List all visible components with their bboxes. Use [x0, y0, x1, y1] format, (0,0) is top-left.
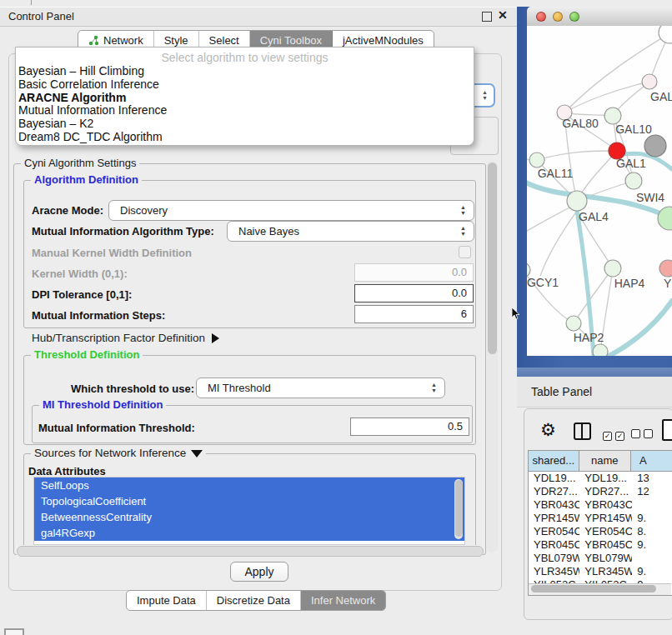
- checked-box-icon: ✓: [615, 432, 624, 441]
- algorithm-option[interactable]: Mutual Information Inference: [16, 104, 474, 118]
- cyni-mode-tab-bar: Impute Data Discretize Data Infer Networ…: [126, 590, 386, 611]
- checked-box-icon: ✓: [603, 432, 612, 441]
- panel-title: Control Panel: [8, 10, 74, 22]
- aracne-mode-value: Discovery: [109, 204, 168, 217]
- unchecked-box-icon: [644, 429, 653, 438]
- table-row[interactable]: YPR145WYPR145W9.: [529, 512, 672, 525]
- control-panel-titlebar: Control Panel ✕: [0, 7, 517, 27]
- column-header-name[interactable]: name: [579, 451, 631, 471]
- node-label: GCY1: [527, 276, 559, 289]
- tab-label: Impute Data: [137, 591, 196, 610]
- close-window-icon[interactable]: [536, 12, 546, 22]
- node-label: GAL11: [538, 167, 574, 180]
- table-row[interactable]: YER054CYER054C8.: [529, 525, 672, 538]
- network-window-titlebar[interactable]: [527, 7, 672, 27]
- table-row[interactable]: YLR345WYLR345W9.: [529, 565, 672, 578]
- mi-threshold-field[interactable]: 0.5: [350, 418, 469, 436]
- deselect-all-columns-icon[interactable]: [631, 427, 656, 442]
- tab-discretize-data[interactable]: Discretize Data: [207, 591, 301, 610]
- network-node-labels: GAL GAL80 GAL10 GAL1 GAL11 SWI4 GAL4 GCY…: [527, 90, 672, 344]
- algorithm-dropdown-popup: Select algorithm to view settings Bayesi…: [15, 47, 474, 146]
- algorithm-option-aracne[interactable]: ARACNE Algorithm: [16, 92, 474, 105]
- mouse-cursor: [511, 307, 521, 320]
- export-table-icon[interactable]: [662, 419, 672, 441]
- threshold-definition-legend: Threshold Definition: [31, 348, 143, 361]
- node-label: GAL80: [562, 117, 599, 130]
- attributes-scrollbar-thumb[interactable]: [455, 480, 463, 537]
- kernel-width-field[interactable]: 0.0: [354, 263, 474, 282]
- spinner-arrows-icon: ▲▼: [460, 204, 466, 216]
- tab-label: Discretize Data: [217, 591, 290, 610]
- mi-threshold-label: Mutual Information Threshold:: [38, 422, 195, 434]
- node-label: GAL10: [615, 122, 652, 136]
- mi-steps-label: Mutual Information Steps:: [32, 309, 165, 322]
- aracne-mode-label: Aracne Mode:: [32, 204, 103, 217]
- network-icon: [88, 35, 99, 46]
- column-layout-icon[interactable]: [574, 422, 591, 440]
- tab-label: Infer Network: [311, 591, 375, 610]
- manual-kernel-label: Manual Kernel Width Definition: [32, 247, 192, 259]
- top-divider-tick: [31, 0, 32, 5]
- hub-definition-label: Hub/Transcription Factor Definition: [32, 332, 205, 344]
- manual-kernel-checkbox[interactable]: [459, 246, 471, 258]
- sources-legend-toggle[interactable]: Sources for Network Inference: [31, 447, 206, 459]
- attribute-item[interactable]: gal4RGexp: [34, 525, 464, 541]
- tab-infer-network[interactable]: Infer Network: [301, 591, 385, 610]
- network-window-bottom-bar: [517, 368, 672, 377]
- unchecked-box-icon: [631, 429, 640, 438]
- node-label: GAL: [650, 90, 672, 103]
- gear-icon[interactable]: ⚙: [540, 420, 556, 440]
- column-header-partial[interactable]: A: [631, 451, 672, 471]
- app-root: Control Panel ✕ Network Style Select Cyn…: [0, 0, 672, 635]
- group-title: Cyni Algorithm Settings: [21, 157, 139, 169]
- algorithm-definition-legend: Algorithm Definition: [31, 173, 142, 186]
- table-hscrollbar-thumb[interactable]: [531, 585, 656, 592]
- table-row[interactable]: YDR27...YDR27...12: [529, 485, 672, 498]
- sources-legend: Sources for Network Inference: [34, 447, 186, 459]
- table-panel-titlebar: Table Panel: [517, 377, 672, 408]
- which-threshold-value: MI Threshold: [197, 382, 271, 394]
- algorithm-prompt: Select algorithm to view settings: [16, 48, 474, 65]
- node-label: SWI4: [636, 191, 664, 204]
- mi-type-value: Naive Bayes: [228, 225, 299, 238]
- tab-impute-data[interactable]: Impute Data: [127, 591, 207, 610]
- node-table: shared... name A YDL19...YDL19...13 YDR2…: [528, 450, 672, 596]
- column-header-shared-name[interactable]: shared...: [529, 451, 579, 471]
- minimize-window-icon[interactable]: [553, 12, 563, 22]
- algorithm-option[interactable]: Bayesian – K2: [16, 118, 474, 131]
- which-threshold-select[interactable]: MI Threshold ▲▼: [196, 378, 445, 398]
- table-row[interactable]: YBR043CYBR043C: [529, 498, 672, 512]
- table-row[interactable]: YDL19...YDL19...13: [529, 472, 672, 485]
- apply-button[interactable]: Apply: [230, 562, 288, 582]
- chevron-right-icon: [212, 333, 219, 343]
- float-panel-icon[interactable]: [482, 12, 492, 22]
- node-label: HAP4: [614, 277, 645, 290]
- close-panel-icon[interactable]: ✕: [498, 8, 508, 22]
- aracne-mode-select[interactable]: Discovery ▲▼: [108, 200, 474, 221]
- select-all-columns-icon[interactable]: ✓✓: [603, 427, 628, 442]
- table-row[interactable]: YBR045CYBR045C9.: [529, 538, 672, 552]
- algorithm-option[interactable]: Dream8 DC_TDC Algorithm: [16, 131, 474, 144]
- algorithm-option[interactable]: Basic Correlation Inference: [16, 78, 474, 92]
- collapsed-panel-icon[interactable]: [4, 628, 24, 635]
- mi-steps-field[interactable]: 6: [354, 305, 474, 323]
- settings-scrollbar-thumb[interactable]: [488, 162, 497, 354]
- spinner-arrows-icon: ▲▼: [460, 225, 466, 237]
- network-graph: GAL GAL80 GAL10 GAL1 GAL11 SWI4 GAL4 GCY…: [527, 26, 672, 356]
- attribute-item[interactable]: BetweennessCentrality: [34, 509, 464, 525]
- zoom-window-icon[interactable]: [569, 12, 579, 22]
- data-attributes-list: SelfLoops TopologicalCoefficient Between…: [33, 477, 465, 545]
- hub-definition-toggle[interactable]: Hub/Transcription Factor Definition: [32, 332, 219, 344]
- node-label: GAL4: [579, 210, 609, 223]
- data-attributes-label: Data Attributes: [28, 465, 106, 478]
- node-label: HAP2: [574, 331, 604, 344]
- attribute-item[interactable]: SelfLoops: [34, 478, 464, 493]
- settings-hscrollbar-thumb[interactable]: [17, 546, 484, 557]
- dpi-tolerance-field[interactable]: 0.0: [354, 284, 474, 302]
- attribute-item[interactable]: TopologicalCoefficient: [34, 493, 464, 509]
- network-canvas[interactable]: GAL GAL80 GAL10 GAL1 GAL11 SWI4 GAL4 GCY…: [527, 26, 672, 356]
- mi-type-select[interactable]: Naive Bayes ▲▼: [227, 221, 474, 242]
- kernel-width-label: Kernel Width (0,1):: [32, 268, 128, 280]
- algorithm-option[interactable]: Bayesian – Hill Climbing: [16, 65, 474, 78]
- table-row[interactable]: YBL079WYBL079W: [529, 552, 672, 565]
